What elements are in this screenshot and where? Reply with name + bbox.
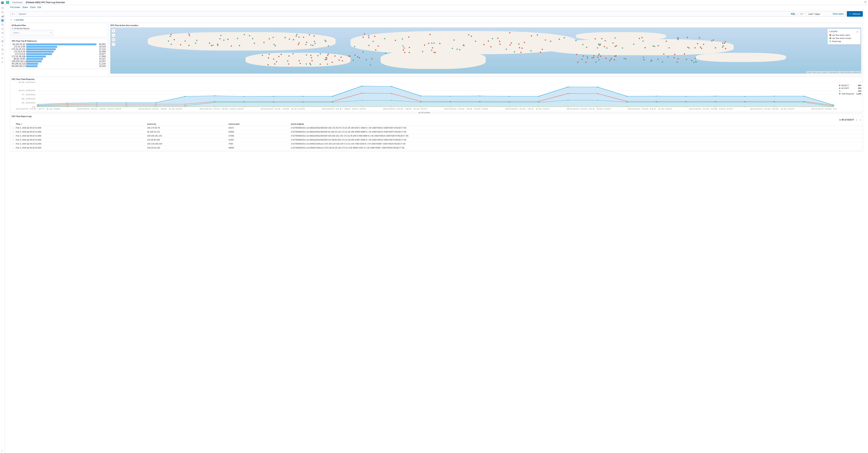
filter-settings-icon[interactable] bbox=[10, 19, 12, 21]
expand-row-button[interactable]: › bbox=[12, 138, 15, 142]
zoom-out-button[interactable]: − bbox=[112, 33, 116, 37]
topip-row[interactable]: 172.31.3.5828,319 bbox=[12, 46, 106, 48]
siem-icon[interactable] bbox=[0, 52, 4, 56]
prev-page-button[interactable]: ‹ bbox=[856, 118, 858, 121]
s3-select[interactable]: Select... bbox=[12, 30, 53, 35]
logs-col[interactable]: event.original bbox=[290, 122, 861, 126]
help-icon[interactable] bbox=[864, 1, 867, 4]
topip-bar bbox=[26, 43, 96, 45]
expand-row-button[interactable]: › bbox=[12, 146, 15, 150]
logs-col[interactable]: source.ip bbox=[146, 122, 227, 126]
panel-map: VPC Flow Action Geo Location + − LAYERS bbox=[109, 23, 863, 75]
legend-dot bbox=[839, 93, 840, 94]
svg-point-71 bbox=[332, 101, 334, 102]
svg-point-110 bbox=[655, 102, 658, 102]
svg-point-143 bbox=[803, 107, 805, 107]
logs-col[interactable]: source.port bbox=[227, 122, 290, 126]
apm-icon[interactable] bbox=[0, 43, 4, 48]
legend-dot bbox=[839, 90, 840, 92]
recent-icon[interactable] bbox=[0, 6, 4, 10]
add-filter-link[interactable]: + Add filter bbox=[14, 19, 24, 21]
map-dot bbox=[354, 55, 356, 56]
topip-val: 28,319 bbox=[96, 46, 106, 48]
s3-label: S3 Bucket Names bbox=[12, 27, 106, 30]
svg-point-97 bbox=[273, 102, 275, 102]
share-link[interactable]: Share bbox=[22, 6, 28, 8]
collapse-icon[interactable] bbox=[0, 449, 4, 453]
svg-point-129 bbox=[391, 107, 393, 107]
visualize-icon[interactable] bbox=[0, 14, 4, 19]
zoom-in-button[interactable]: + bbox=[112, 29, 116, 33]
search-input[interactable] bbox=[17, 13, 789, 15]
filter-options-button[interactable]: # bbox=[10, 11, 17, 17]
uptime-icon[interactable] bbox=[0, 48, 4, 52]
svg-text:2020-01-28 00:00: 2020-01-28 00:00 bbox=[77, 108, 121, 110]
map-dot bbox=[694, 58, 696, 59]
query-bar: # KQL Last 7 days Show dates Refresh bbox=[5, 10, 868, 18]
management-icon[interactable] bbox=[0, 60, 4, 64]
map-dot bbox=[674, 54, 675, 55]
svg-point-15 bbox=[2, 62, 3, 62]
map-canvas[interactable]: + − LAYERS vpc flow action reject vpc f bbox=[110, 27, 861, 73]
topip-row[interactable]: 89.248.162.17210,244 bbox=[12, 65, 106, 67]
panel-top-ip: VPC Flow Top IP Addresses 94.102.53.1064… bbox=[10, 38, 107, 69]
expand-row-button[interactable]: › bbox=[12, 126, 15, 130]
svg-point-44 bbox=[361, 86, 363, 86]
svg-point-137 bbox=[626, 107, 628, 107]
topip-row[interactable]: 172.31.6.1925,399 bbox=[12, 50, 106, 53]
show-dates-link[interactable]: Show dates bbox=[831, 13, 845, 15]
chart-legend-row[interactable]: ACCEPT253 bbox=[839, 87, 861, 90]
kibana-logo[interactable] bbox=[1, 1, 4, 4]
maps-icon[interactable] bbox=[0, 27, 4, 31]
topip-row[interactable]: 172.31.0.623,877 bbox=[12, 53, 106, 55]
map-dot bbox=[340, 57, 342, 58]
breadcrumb-app[interactable]: Dashboard bbox=[12, 1, 23, 4]
layers-config-icon[interactable] bbox=[857, 31, 859, 33]
fullscreen-link[interactable]: Full screen bbox=[10, 6, 20, 8]
kql-toggle[interactable]: KQL bbox=[789, 13, 797, 15]
expand-row-button[interactable]: › bbox=[12, 142, 15, 146]
canvas-icon[interactable] bbox=[0, 23, 4, 27]
topip-row[interactable]: 45.148.10.11511,218 bbox=[12, 62, 106, 65]
topip-row[interactable]: 172.31.20.13127,113 bbox=[12, 48, 106, 50]
expand-row-button[interactable]: › bbox=[12, 130, 15, 134]
topip-bar bbox=[26, 60, 42, 62]
logs-col[interactable]: Time ▼ bbox=[15, 122, 146, 126]
table-row: ›Feb 3, 2020 @ 08:26:14.000159.203.161.1… bbox=[12, 134, 861, 138]
topip-bar bbox=[26, 51, 54, 53]
map-dot bbox=[174, 39, 175, 40]
topip-row[interactable]: 94.102.53.1064,501 bbox=[12, 43, 106, 46]
chart-plot[interactable]: 02,5005,0007,50010,00015,0002020-01-27 1… bbox=[12, 81, 837, 111]
chevron-left-icon[interactable] bbox=[860, 82, 861, 83]
tools-button[interactable] bbox=[112, 42, 116, 46]
devtools-icon[interactable] bbox=[0, 56, 4, 60]
fit-button[interactable] bbox=[112, 38, 116, 42]
edit-link[interactable]: Edit bbox=[37, 6, 41, 8]
topip-row[interactable]: 172.31.39.19617,859 bbox=[12, 55, 106, 58]
legend-accept[interactable]: vpc flow action accept bbox=[830, 37, 859, 40]
logs-icon[interactable] bbox=[0, 39, 4, 43]
next-page-button[interactable]: › bbox=[859, 118, 861, 121]
topip-row[interactable]: 159.203.161.14114,257 bbox=[12, 60, 106, 62]
date-picker[interactable]: Last 7 days Show dates bbox=[799, 11, 845, 17]
clone-link[interactable]: Clone bbox=[30, 6, 35, 8]
metrics-icon[interactable] bbox=[0, 35, 4, 39]
refresh-button[interactable]: Refresh bbox=[847, 11, 863, 17]
topip-row[interactable]: 80.82.78.8515,227 bbox=[12, 58, 106, 60]
dashboard-icon[interactable] bbox=[0, 19, 4, 23]
chart-legend-row[interactable]: -110 bbox=[839, 90, 861, 92]
ml-icon[interactable] bbox=[0, 31, 4, 35]
chart-legend-row[interactable]: REJECT863 bbox=[839, 84, 861, 87]
topip-val: 15,227 bbox=[96, 58, 106, 60]
legend-road[interactable]: Road map bbox=[830, 40, 859, 43]
expand-row-button[interactable]: › bbox=[12, 134, 15, 138]
chart-legend-row[interactable]: Total Requests1,226 bbox=[839, 92, 861, 95]
svg-point-68 bbox=[243, 101, 245, 102]
map-dot bbox=[550, 41, 551, 42]
svg-point-113 bbox=[744, 102, 746, 102]
svg-point-74 bbox=[420, 101, 422, 101]
map-dot bbox=[614, 59, 615, 60]
svg-point-107 bbox=[567, 100, 569, 100]
legend-reject[interactable]: vpc flow action reject bbox=[830, 33, 859, 37]
discover-icon[interactable] bbox=[0, 10, 4, 14]
